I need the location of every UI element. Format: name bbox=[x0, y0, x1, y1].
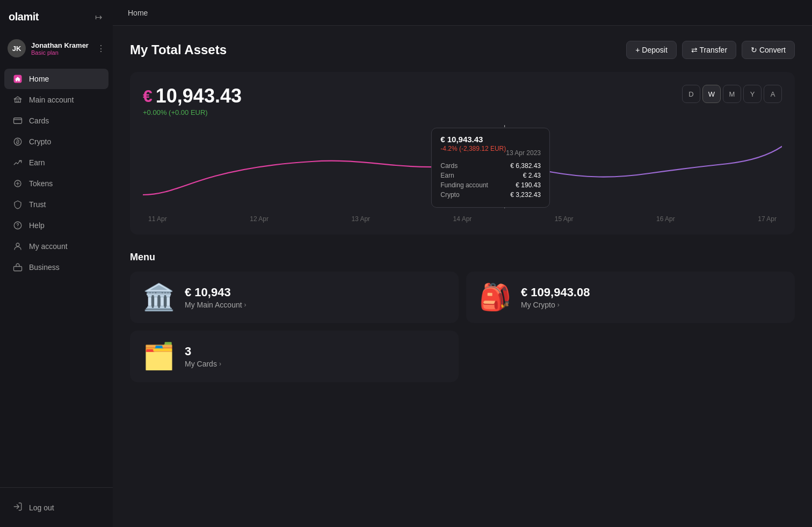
total-amount: 10,943.43 bbox=[156, 85, 242, 107]
collapse-button[interactable]: ↦ bbox=[93, 10, 104, 24]
menu-card-crypto-info: € 109,943.08 My Crypto › bbox=[521, 286, 590, 309]
sidebar-item-business[interactable]: Business bbox=[4, 257, 108, 277]
menu-title: Menu bbox=[130, 252, 795, 263]
transfer-button[interactable]: ⇄ Transfer bbox=[682, 41, 736, 59]
sidebar-item-home[interactable]: Home bbox=[4, 69, 108, 89]
business-icon bbox=[13, 262, 23, 272]
sidebar-item-main-account-label: Main account bbox=[29, 96, 74, 104]
tooltip-value-earn: € 2.43 bbox=[523, 172, 541, 179]
cards-stack-icon: 🗂️ bbox=[143, 343, 175, 369]
topbar: Home bbox=[113, 0, 812, 26]
chevron-right-icon: › bbox=[244, 301, 247, 309]
sidebar-item-earn[interactable]: Earn bbox=[4, 152, 108, 173]
user-plan: Basic plan bbox=[31, 49, 91, 56]
time-filter-y[interactable]: Y bbox=[743, 85, 762, 103]
menu-section: Menu 🏛️ € 10,943 My Main Account › 🎒 bbox=[130, 252, 795, 382]
chart-labels: 11 Apr 12 Apr 13 Apr 14 Apr 15 Apr 16 Ap… bbox=[143, 215, 782, 223]
svg-point-6 bbox=[16, 243, 19, 246]
main-account-label: My Main Account › bbox=[185, 301, 247, 309]
cards-label: My Cards › bbox=[185, 360, 221, 368]
header-actions: + Deposit ⇄ Transfer ↻ Convert bbox=[626, 41, 795, 59]
deposit-button[interactable]: + Deposit bbox=[626, 41, 677, 59]
sidebar-item-earn-label: Earn bbox=[29, 158, 45, 167]
logout-icon bbox=[13, 502, 23, 513]
tooltip-row-cards: Cards € 6,382.43 bbox=[440, 162, 541, 170]
tooltip-change: -4.2% (-2,389.12 EUR) bbox=[440, 145, 506, 152]
convert-button[interactable]: ↻ Convert bbox=[742, 41, 795, 59]
home-icon bbox=[13, 74, 23, 84]
chart-label-2: 13 Apr bbox=[351, 215, 370, 223]
logo: olamit bbox=[9, 11, 39, 23]
menu-card-crypto[interactable]: 🎒 € 109,943.08 My Crypto › bbox=[466, 272, 795, 323]
tokens-icon bbox=[13, 179, 23, 188]
crypto-label: My Crypto › bbox=[521, 301, 590, 309]
menu-card-main-account-info: € 10,943 My Main Account › bbox=[185, 286, 247, 309]
svg-rect-7 bbox=[14, 267, 22, 271]
main-content: Home My Total Assets + Deposit ⇄ Transfe… bbox=[113, 0, 812, 527]
menu-grid: 🏛️ € 10,943 My Main Account › 🎒 € 109,94… bbox=[130, 272, 795, 382]
chart-label-5: 16 Apr bbox=[656, 215, 675, 223]
chart-label-1: 12 Apr bbox=[250, 215, 269, 223]
sidebar-item-trust-label: Trust bbox=[29, 200, 46, 209]
crypto-value: € 109,943.08 bbox=[521, 286, 590, 299]
svg-point-5 bbox=[17, 227, 18, 228]
sidebar-item-help[interactable]: Help bbox=[4, 215, 108, 236]
sidebar-item-cards[interactable]: Cards bbox=[4, 111, 108, 131]
page-header: My Total Assets + Deposit ⇄ Transfer ↻ C… bbox=[130, 41, 795, 59]
content-area: My Total Assets + Deposit ⇄ Transfer ↻ C… bbox=[113, 26, 812, 527]
sidebar-item-cards-label: Cards bbox=[29, 116, 49, 125]
time-filter-d[interactable]: D bbox=[682, 85, 700, 103]
sidebar-item-crypto[interactable]: Crypto bbox=[4, 131, 108, 152]
tooltip-row-crypto: Crypto € 3,232.43 bbox=[440, 191, 541, 199]
chart-label-4: 15 Apr bbox=[555, 215, 574, 223]
breadcrumb: Home bbox=[128, 9, 148, 17]
nav-section: Home Main account Cards bbox=[0, 66, 113, 487]
chart-tooltip: € 10,943.43 -4.2% (-2,389.12 EUR) 13 Apr… bbox=[431, 128, 550, 208]
chart-area: € 10,943.43 -4.2% (-2,389.12 EUR) 13 Apr… bbox=[143, 125, 782, 222]
user-name: Jonathan Kramer bbox=[31, 41, 91, 49]
tooltip-value-crypto: € 3,232.43 bbox=[510, 191, 541, 199]
chart-top: € 10,943.43 +0.00% (+0.00 EUR) D W M Y A bbox=[143, 85, 782, 116]
time-filter-a[interactable]: A bbox=[764, 85, 782, 103]
sidebar-item-business-label: Business bbox=[29, 263, 60, 272]
sidebar-item-trust[interactable]: Trust bbox=[4, 194, 108, 215]
sidebar-item-my-account[interactable]: My account bbox=[4, 236, 108, 257]
chart-card: € 10,943.43 +0.00% (+0.00 EUR) D W M Y A bbox=[130, 72, 795, 235]
menu-card-cards[interactable]: 🗂️ 3 My Cards › bbox=[130, 331, 459, 382]
sidebar-item-my-account-label: My account bbox=[29, 242, 68, 251]
chart-label-6: 17 Apr bbox=[758, 215, 777, 223]
logout-item[interactable]: Log out bbox=[9, 496, 104, 518]
chart-label-3: 14 Apr bbox=[453, 215, 472, 223]
bank-building-icon: 🏛️ bbox=[143, 284, 175, 310]
time-filter-m[interactable]: M bbox=[723, 85, 741, 103]
logout-label: Log out bbox=[29, 503, 54, 512]
bank-icon bbox=[13, 95, 23, 105]
cards-value: 3 bbox=[185, 345, 221, 358]
page-title: My Total Assets bbox=[130, 42, 227, 57]
tooltip-label-funding: Funding account bbox=[440, 181, 488, 189]
tooltip-label-cards: Cards bbox=[440, 162, 458, 170]
sidebar-item-tokens-label: Tokens bbox=[29, 179, 53, 188]
tooltip-value-funding: € 190.43 bbox=[516, 181, 541, 189]
chart-label-0: 11 Apr bbox=[148, 215, 167, 223]
tooltip-amount: € 10,943.43 bbox=[440, 135, 506, 144]
user-info: Jonathan Kramer Basic plan bbox=[31, 41, 91, 56]
help-icon bbox=[13, 221, 23, 230]
tooltip-label-earn: Earn bbox=[440, 172, 454, 179]
sidebar-item-home-label: Home bbox=[29, 75, 49, 83]
time-filter-w[interactable]: W bbox=[702, 85, 721, 103]
earn-icon bbox=[13, 158, 23, 167]
cards-icon bbox=[13, 116, 23, 126]
user-menu-button[interactable]: ⋮ bbox=[97, 43, 105, 54]
tooltip-header: € 10,943.43 -4.2% (-2,389.12 EUR) 13 Apr… bbox=[440, 135, 541, 157]
tooltip-value-cards: € 6,382.43 bbox=[510, 162, 541, 170]
time-filters: D W M Y A bbox=[682, 85, 782, 103]
sidebar-item-main-account[interactable]: Main account bbox=[4, 90, 108, 110]
menu-card-main-account[interactable]: 🏛️ € 10,943 My Main Account › bbox=[130, 272, 459, 323]
tooltip-date: 13 Apr 2023 bbox=[506, 149, 541, 157]
sidebar-item-help-label: Help bbox=[29, 221, 45, 230]
tooltip-row-earn: Earn € 2.43 bbox=[440, 172, 541, 179]
crypto-icon bbox=[13, 137, 23, 147]
sidebar-item-tokens[interactable]: Tokens bbox=[4, 173, 108, 194]
crypto-bag-icon: 🎒 bbox=[479, 284, 511, 310]
